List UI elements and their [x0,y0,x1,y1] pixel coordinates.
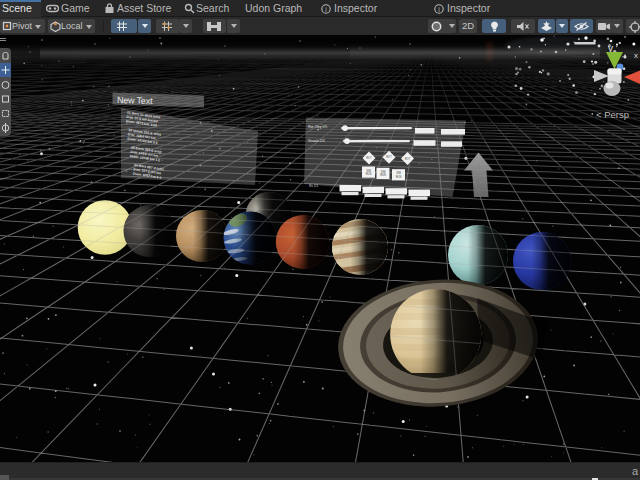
svg-text:ROT: ROT [405,157,411,161]
svg-text:SIM: SIM [366,169,371,173]
svg-text:New Text: New Text [117,95,153,106]
svg-text:SIM: SIM [381,170,386,174]
svg-text:ROT: ROT [386,155,392,159]
svg-text:< Persp: < Persp [596,109,629,120]
svg-text:i: i [438,6,440,13]
svg-text:Rot. Deg 1/5: Rot. Deg 1/5 [308,125,327,129]
svg-text:RUN: RUN [380,173,386,177]
svg-text:SIM: SIM [396,171,401,175]
svg-text:Visuals 2/4: Visuals 2/4 [308,139,325,143]
svg-text:RUN: RUN [396,175,402,179]
svg-text:RUN: RUN [366,172,372,176]
svg-text:Rs 1/1: Rs 1/1 [309,184,318,188]
svg-text:i: i [325,6,327,13]
svg-text:ROT: ROT [366,156,372,160]
svg-text:x: x [634,51,638,60]
